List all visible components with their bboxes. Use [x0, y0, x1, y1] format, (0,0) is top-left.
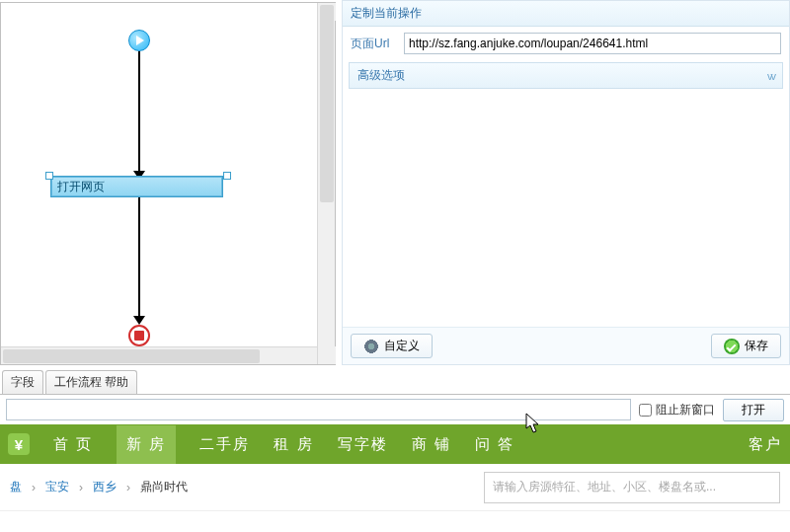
- breadcrumb-row: 盘 › 宝安 › 西乡 › 鼎尚时代 请输入房源特征、地址、小区、楼盘名或...: [0, 464, 790, 511]
- nav-rent[interactable]: 租 房: [274, 435, 313, 454]
- page-url-input[interactable]: [404, 33, 781, 54]
- breadcrumb-current: 鼎尚时代: [140, 479, 188, 495]
- tab-fields[interactable]: 字段: [2, 370, 43, 394]
- chevron-right-icon: ›: [79, 481, 83, 494]
- nav-office[interactable]: 写字楼: [338, 435, 388, 454]
- property-panel-title: 定制当前操作: [343, 1, 789, 27]
- customize-button-label: 自定义: [384, 338, 420, 354]
- workflow-canvas[interactable]: 打开网页: [1, 3, 315, 348]
- gear-icon: [363, 339, 379, 354]
- end-node-icon[interactable]: [128, 325, 150, 346]
- page-url-row: 页面Url: [343, 27, 789, 60]
- open-button-label: 打开: [742, 403, 765, 417]
- open-button[interactable]: 打开: [723, 399, 784, 421]
- page-url-label: 页面Url: [351, 36, 398, 52]
- save-button[interactable]: 保存: [711, 334, 781, 358]
- chevron-down-icon: vv: [767, 70, 774, 82]
- block-popup-checkbox[interactable]: [639, 404, 652, 417]
- advanced-options-label: 高级选项: [357, 67, 405, 84]
- nav-shop[interactable]: 商 铺: [412, 435, 451, 454]
- site-nav: ¥ 首 页 新 房 二手房 租 房 写字楼 商 铺 问 答 客户: [0, 424, 790, 464]
- property-panel-footer: 自定义 保存: [343, 327, 789, 364]
- bottom-tabs: 字段 工作流程 帮助: [0, 371, 790, 395]
- chevron-right-icon: ›: [126, 481, 130, 494]
- scroll-down-icon[interactable]: [318, 346, 336, 364]
- workflow-canvas-wrap: 打开网页: [0, 2, 336, 365]
- nav-customer[interactable]: 客户: [749, 435, 782, 454]
- check-icon: [724, 339, 740, 354]
- nav-qa[interactable]: 问 答: [475, 435, 514, 454]
- block-popup-label: 阻止新窗口: [656, 402, 715, 418]
- scroll-thumb[interactable]: [3, 349, 260, 363]
- property-panel-body: [343, 89, 789, 327]
- breadcrumb-item[interactable]: 西乡: [93, 479, 117, 495]
- connector-line: [138, 51, 140, 178]
- canvas-vertical-scrollbar[interactable]: [317, 3, 335, 364]
- customize-button[interactable]: 自定义: [351, 334, 433, 358]
- browser-url-row: 阻止新窗口 打开: [0, 395, 790, 424]
- site-logo-icon[interactable]: ¥: [8, 433, 30, 455]
- nav-home[interactable]: 首 页: [53, 435, 93, 454]
- scroll-thumb[interactable]: [320, 5, 334, 202]
- block-popup-checkbox-wrap[interactable]: 阻止新窗口: [639, 402, 715, 418]
- site-search-input[interactable]: 请输入房源特征、地址、小区、楼盘名或...: [484, 472, 780, 503]
- open-webpage-node-label: 打开网页: [57, 180, 105, 193]
- site-search-placeholder: 请输入房源特征、地址、小区、楼盘名或...: [493, 479, 716, 495]
- breadcrumb-item[interactable]: 盘: [10, 479, 22, 495]
- save-button-label: 保存: [745, 338, 768, 354]
- connector-arrow-icon: [133, 316, 145, 325]
- nav-new-house[interactable]: 新 房: [117, 425, 176, 464]
- connector-line: [138, 197, 140, 319]
- start-node-icon[interactable]: [128, 30, 150, 51]
- nav-second-hand[interactable]: 二手房: [199, 435, 250, 454]
- canvas-horizontal-scrollbar[interactable]: [1, 346, 317, 364]
- property-panel: 定制当前操作 页面Url 高级选项 vv 自定义 保存: [342, 0, 790, 365]
- chevron-right-icon: ›: [32, 481, 36, 494]
- tab-workflow-help[interactable]: 工作流程 帮助: [45, 370, 137, 394]
- browser-url-input[interactable]: [6, 399, 631, 420]
- open-webpage-node[interactable]: 打开网页: [50, 176, 223, 197]
- advanced-options-header[interactable]: 高级选项 vv: [349, 62, 783, 89]
- breadcrumb-item[interactable]: 宝安: [45, 479, 69, 495]
